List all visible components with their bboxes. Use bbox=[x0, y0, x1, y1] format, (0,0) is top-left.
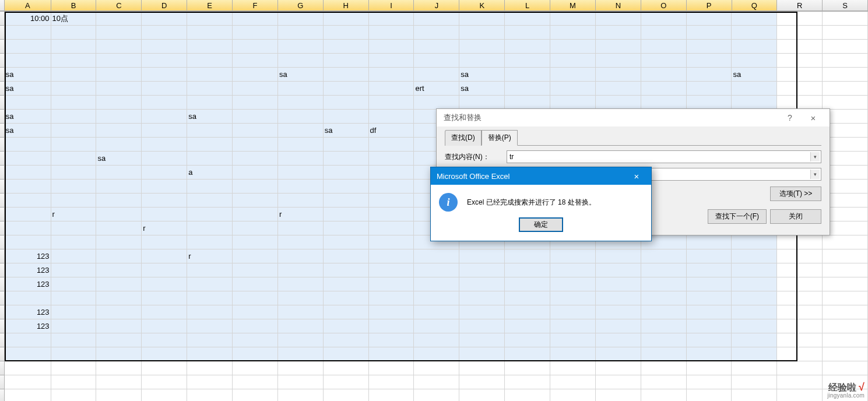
cell-H12[interactable] bbox=[324, 166, 369, 180]
cell-A15[interactable] bbox=[5, 207, 51, 221]
cell-K2[interactable] bbox=[459, 26, 505, 40]
cell-F10[interactable] bbox=[233, 138, 278, 152]
cell-C8[interactable] bbox=[96, 110, 142, 124]
column-header-J[interactable]: J bbox=[414, 0, 459, 11]
cell-F20[interactable] bbox=[233, 277, 278, 291]
cell-G24[interactable] bbox=[278, 333, 324, 347]
cell-B4[interactable] bbox=[51, 54, 97, 68]
cell-R19[interactable] bbox=[777, 263, 823, 277]
cell-M28[interactable] bbox=[550, 389, 596, 401]
cell-Q17[interactable] bbox=[732, 235, 777, 249]
cell-Q27[interactable] bbox=[732, 375, 777, 389]
cell-M4[interactable] bbox=[550, 54, 596, 68]
cell-E14[interactable] bbox=[187, 194, 233, 207]
cell-N21[interactable] bbox=[596, 291, 641, 305]
cell-C6[interactable] bbox=[96, 82, 142, 96]
column-header-R[interactable]: R bbox=[777, 0, 823, 11]
cell-L19[interactable] bbox=[505, 263, 550, 277]
cell-P24[interactable] bbox=[687, 333, 732, 347]
cell-E24[interactable] bbox=[187, 333, 233, 347]
close-icon[interactable]: × bbox=[802, 111, 825, 125]
cell-B12[interactable] bbox=[51, 166, 97, 180]
cell-I26[interactable] bbox=[369, 361, 414, 375]
column-header-K[interactable]: K bbox=[459, 0, 505, 11]
cell-D26[interactable] bbox=[142, 361, 187, 375]
cell-A12[interactable] bbox=[5, 166, 51, 180]
cell-R4[interactable] bbox=[777, 54, 823, 68]
cell-I18[interactable] bbox=[369, 249, 414, 263]
cell-B9[interactable] bbox=[51, 124, 97, 138]
cell-M21[interactable] bbox=[550, 291, 596, 305]
cell-F19[interactable] bbox=[233, 263, 278, 277]
cell-I27[interactable] bbox=[369, 375, 414, 389]
cell-L4[interactable] bbox=[505, 54, 550, 68]
cell-M25[interactable] bbox=[550, 347, 596, 361]
cell-G18[interactable] bbox=[278, 249, 324, 263]
column-header-F[interactable]: F bbox=[233, 0, 278, 11]
cell-P18[interactable] bbox=[687, 249, 732, 263]
cell-K28[interactable] bbox=[459, 389, 505, 401]
ok-button[interactable]: 确定 bbox=[519, 217, 563, 232]
cell-F4[interactable] bbox=[233, 54, 278, 68]
cell-I25[interactable] bbox=[369, 347, 414, 361]
cell-O27[interactable] bbox=[641, 375, 687, 389]
cell-B10[interactable] bbox=[51, 138, 97, 152]
cell-H18[interactable] bbox=[324, 249, 369, 263]
cell-H21[interactable] bbox=[324, 291, 369, 305]
cell-A2[interactable] bbox=[5, 26, 51, 40]
cell-C5[interactable] bbox=[96, 68, 142, 82]
cell-P23[interactable] bbox=[687, 319, 732, 333]
cell-C17[interactable] bbox=[96, 235, 142, 249]
cell-F27[interactable] bbox=[233, 375, 278, 389]
cell-E3[interactable] bbox=[187, 40, 233, 54]
cell-N26[interactable] bbox=[596, 361, 641, 375]
cell-D8[interactable] bbox=[142, 110, 187, 124]
cell-B23[interactable] bbox=[51, 319, 97, 333]
cell-D10[interactable] bbox=[142, 138, 187, 152]
cell-R20[interactable] bbox=[777, 277, 823, 291]
cell-H24[interactable] bbox=[324, 333, 369, 347]
cell-D24[interactable] bbox=[142, 333, 187, 347]
cell-D6[interactable] bbox=[142, 82, 187, 96]
column-header-M[interactable]: M bbox=[550, 0, 596, 11]
cell-P6[interactable] bbox=[687, 82, 732, 96]
cell-O5[interactable] bbox=[641, 68, 687, 82]
cell-H17[interactable] bbox=[324, 235, 369, 249]
cell-C23[interactable] bbox=[96, 319, 142, 333]
cell-D17[interactable] bbox=[142, 235, 187, 249]
cell-A8[interactable]: sa bbox=[5, 110, 51, 124]
cell-A25[interactable] bbox=[5, 347, 51, 361]
chevron-down-icon[interactable]: ▾ bbox=[810, 170, 820, 179]
cell-S25[interactable] bbox=[823, 347, 868, 361]
cell-Q25[interactable] bbox=[732, 347, 777, 361]
cell-N1[interactable] bbox=[596, 12, 641, 26]
cell-S2[interactable] bbox=[823, 26, 868, 40]
cell-M5[interactable] bbox=[550, 68, 596, 82]
cell-P5[interactable] bbox=[687, 68, 732, 82]
cell-Q7[interactable] bbox=[732, 96, 777, 110]
cell-G1[interactable] bbox=[278, 12, 324, 26]
cell-C9[interactable] bbox=[96, 124, 142, 138]
cell-Q18[interactable] bbox=[732, 249, 777, 263]
cell-Q24[interactable] bbox=[732, 333, 777, 347]
cell-S1[interactable] bbox=[823, 12, 868, 26]
cell-F3[interactable] bbox=[233, 40, 278, 54]
cell-B27[interactable] bbox=[51, 375, 97, 389]
cell-E11[interactable] bbox=[187, 152, 233, 166]
cell-A28[interactable] bbox=[5, 389, 51, 401]
cell-C12[interactable] bbox=[96, 166, 142, 180]
cell-J27[interactable] bbox=[414, 375, 459, 389]
cell-D11[interactable] bbox=[142, 152, 187, 166]
cell-G17[interactable] bbox=[278, 235, 324, 249]
help-icon[interactable]: ? bbox=[778, 111, 802, 125]
column-header-D[interactable]: D bbox=[142, 0, 187, 11]
column-header-B[interactable]: B bbox=[51, 0, 97, 11]
cell-A9[interactable]: sa bbox=[5, 124, 51, 138]
cell-S22[interactable] bbox=[823, 305, 868, 319]
cell-F13[interactable] bbox=[233, 180, 278, 194]
cell-Q19[interactable] bbox=[732, 263, 777, 277]
cell-N4[interactable] bbox=[596, 54, 641, 68]
cell-F25[interactable] bbox=[233, 347, 278, 361]
cell-S5[interactable] bbox=[823, 68, 868, 82]
cell-D21[interactable] bbox=[142, 291, 187, 305]
